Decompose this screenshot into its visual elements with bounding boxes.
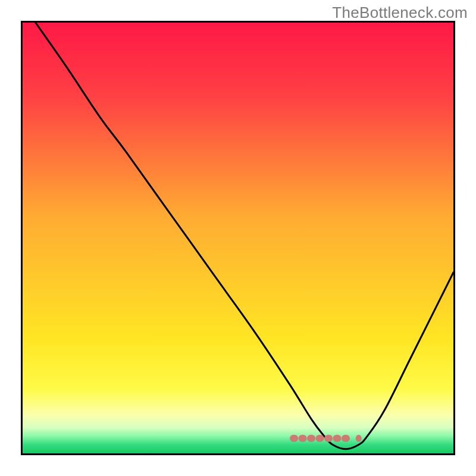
optimal-marker (333, 435, 342, 442)
plot-area (21, 21, 455, 455)
gradient-rect (23, 23, 453, 453)
optimal-marker (307, 435, 315, 442)
plot-svg (23, 23, 453, 453)
optimal-marker (290, 435, 298, 442)
optimal-marker (299, 435, 307, 442)
optimal-marker (356, 435, 362, 442)
optimal-marker (324, 435, 333, 442)
optimal-marker (342, 435, 350, 442)
watermark-text: TheBottleneck.com (332, 4, 468, 22)
chart-container: TheBottleneck.com (0, 0, 476, 476)
optimal-marker (316, 435, 324, 442)
